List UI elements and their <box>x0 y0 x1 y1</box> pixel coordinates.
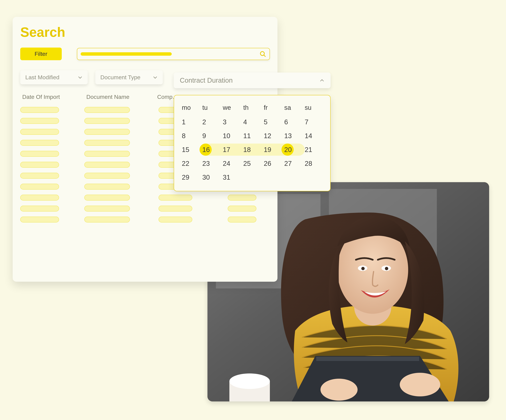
cell-placeholder <box>84 118 130 124</box>
filter-button[interactable]: Filter <box>20 47 62 60</box>
cell-placeholder <box>84 107 130 113</box>
calendar-day[interactable]: 6 <box>283 115 303 129</box>
calendar-day[interactable]: 26 <box>262 157 283 170</box>
dropdown-last-modified[interactable]: Last Modified <box>20 70 88 84</box>
calendar-day[interactable]: 23 <box>201 157 221 170</box>
calendar-day[interactable]: 3 <box>221 115 242 129</box>
chevron-down-icon <box>78 75 83 80</box>
svg-rect-2 <box>329 189 437 280</box>
svg-point-9 <box>229 385 270 401</box>
calendar-day[interactable]: 13 <box>283 129 303 143</box>
calendar: motuwethfrsasu 1234567891011121314151617… <box>174 95 331 191</box>
cell-placeholder <box>20 173 59 179</box>
selected-day-marker <box>200 144 212 156</box>
cell-placeholder <box>84 206 130 212</box>
cell-placeholder <box>228 217 256 222</box>
svg-point-8 <box>385 267 388 270</box>
calendar-week: 22232425262728 <box>180 157 324 170</box>
dropdown-label: Last Modified <box>25 74 59 81</box>
column-header: Date Of Import <box>22 93 85 100</box>
dropdown-document-type[interactable]: Document Type <box>95 70 163 84</box>
calendar-day[interactable]: 19 <box>262 143 283 157</box>
calendar-day[interactable]: 11 <box>242 129 262 143</box>
table-row[interactable] <box>20 206 270 212</box>
calendar-panel: Contract Duration motuwethfrsasu 1234567… <box>174 73 331 191</box>
calendar-day[interactable]: 14 <box>303 129 324 143</box>
calendar-day[interactable]: 12 <box>262 129 283 143</box>
calendar-day[interactable]: 31 <box>221 170 242 184</box>
cell-placeholder <box>84 151 130 157</box>
weekday-label: mo <box>180 102 201 115</box>
cell-placeholder <box>20 162 59 168</box>
page-title: Search <box>20 25 270 40</box>
calendar-day <box>262 170 283 184</box>
calendar-day[interactable]: 21 <box>303 143 324 157</box>
calendar-day[interactable]: 25 <box>242 157 262 170</box>
calendar-day[interactable]: 17 <box>221 143 242 157</box>
calendar-day[interactable]: 1 <box>180 115 201 129</box>
svg-point-13 <box>320 379 358 400</box>
calendar-day[interactable]: 28 <box>303 157 324 170</box>
cell-placeholder <box>84 162 130 168</box>
calendar-day[interactable]: 20 <box>283 143 303 157</box>
cell-placeholder <box>159 195 192 200</box>
cell-placeholder <box>20 151 59 157</box>
svg-point-5 <box>358 266 367 271</box>
calendar-day[interactable]: 9 <box>201 129 221 143</box>
calendar-day[interactable]: 15 <box>180 143 201 157</box>
cell-placeholder <box>84 129 130 135</box>
weekday-label: tu <box>201 102 221 115</box>
calendar-week: 15161718192021 <box>180 143 324 157</box>
calendar-week: 891011121314 <box>180 129 324 143</box>
dropdown-contract-duration[interactable]: Contract Duration <box>174 73 331 88</box>
calendar-day[interactable]: 5 <box>262 115 283 129</box>
calendar-day <box>303 170 324 184</box>
svg-point-12 <box>400 373 440 396</box>
svg-point-7 <box>361 267 365 270</box>
cell-placeholder <box>159 206 192 212</box>
cell-placeholder <box>20 107 59 113</box>
column-header: Document Name <box>86 93 155 100</box>
cell-placeholder <box>84 173 130 179</box>
calendar-day <box>242 170 262 184</box>
svg-rect-10 <box>229 381 270 401</box>
svg-line-15 <box>264 55 265 56</box>
svg-point-3 <box>354 288 391 326</box>
calendar-week: 293031 <box>180 170 324 184</box>
calendar-day[interactable]: 24 <box>221 157 242 170</box>
cell-placeholder <box>20 195 59 200</box>
table-row[interactable] <box>20 217 270 222</box>
search-icon[interactable] <box>260 51 266 57</box>
cell-placeholder <box>84 195 130 200</box>
calendar-day[interactable]: 18 <box>242 143 262 157</box>
cell-placeholder <box>20 129 59 135</box>
weekday-label: su <box>303 102 324 115</box>
cell-placeholder <box>20 118 59 124</box>
cell-placeholder <box>84 217 130 222</box>
calendar-weekdays: motuwethfrsasu <box>180 102 324 115</box>
calendar-day[interactable]: 16 <box>201 143 221 157</box>
search-input[interactable] <box>77 48 270 60</box>
chevron-up-icon <box>320 78 325 83</box>
weekday-label: sa <box>283 102 303 115</box>
weekday-label: fr <box>262 102 283 115</box>
svg-point-6 <box>381 266 391 271</box>
filter-row: Filter <box>20 47 270 60</box>
search-input-value-placeholder <box>81 52 172 56</box>
calendar-day[interactable]: 8 <box>180 129 201 143</box>
calendar-day[interactable]: 2 <box>201 115 221 129</box>
calendar-day[interactable]: 7 <box>303 115 324 129</box>
calendar-day[interactable]: 29 <box>180 170 201 184</box>
cell-placeholder <box>228 195 256 200</box>
table-row[interactable] <box>20 195 270 200</box>
weekday-label: we <box>221 102 242 115</box>
cell-placeholder <box>228 206 256 212</box>
calendar-day[interactable]: 30 <box>201 170 221 184</box>
calendar-day[interactable]: 10 <box>221 129 242 143</box>
calendar-day[interactable]: 27 <box>283 157 303 170</box>
calendar-day[interactable]: 4 <box>242 115 262 129</box>
calendar-day[interactable]: 22 <box>180 157 201 170</box>
calendar-week: 1234567 <box>180 115 324 129</box>
cell-placeholder <box>20 217 59 222</box>
svg-point-11 <box>229 373 270 389</box>
